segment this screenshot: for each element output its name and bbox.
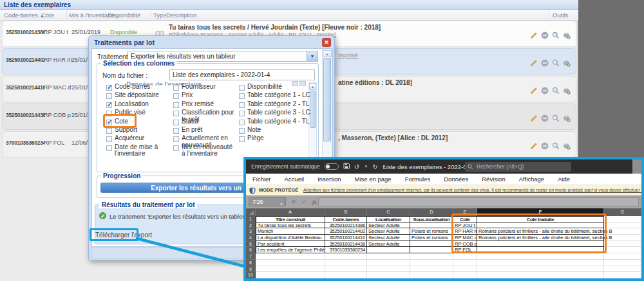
cell-A2[interactable]: Tu tairas tous les secrets <box>256 222 325 229</box>
row-number-1[interactable]: 1 <box>246 216 256 222</box>
pager-prev-button[interactable] <box>292 81 298 86</box>
checkbox[interactable] <box>106 93 112 99</box>
cell-A6[interactable]: Les enquêtes de l'agence Philée <box>256 247 325 253</box>
cell-C2[interactable]: Secteur Adulte <box>367 222 410 229</box>
cell-D5[interactable] <box>410 241 453 248</box>
checkbox[interactable] <box>173 111 179 116</box>
cell-B4[interactable]: 35250100214410 <box>325 235 367 241</box>
chevron-down-icon[interactable]: ▼ <box>364 165 368 168</box>
cell-G9[interactable] <box>604 266 641 273</box>
column-header-type[interactable]: Type <box>153 12 167 19</box>
cell-C3[interactable]: Secteur Adulte <box>367 228 410 235</box>
cell-D7[interactable] <box>410 253 453 260</box>
column-header-D[interactable]: D <box>410 208 453 216</box>
cell-B10[interactable] <box>325 272 367 278</box>
cell-G10[interactable] <box>604 272 641 278</box>
autosave-toggle[interactable] <box>325 163 339 170</box>
ribbon-tab-accueil[interactable]: Accueil <box>285 176 305 183</box>
scrollbar-thumb[interactable] <box>323 58 331 141</box>
cell-D3[interactable]: Polars et romans <box>410 228 453 235</box>
cell-A9[interactable] <box>256 266 325 273</box>
enter-icon[interactable]: ✓ <box>302 197 307 206</box>
ribbon-tab-r-vision[interactable]: Révision <box>482 176 505 183</box>
magnifier-icon[interactable] <box>552 30 560 38</box>
checkbox[interactable] <box>239 136 245 142</box>
window-control[interactable] <box>632 159 641 174</box>
cell-B3[interactable]: 35250100214402 <box>325 228 367 235</box>
cell-G6[interactable] <box>604 247 641 253</box>
checkbox[interactable] <box>239 102 245 108</box>
name-box[interactable]: F26▼ <box>249 197 286 206</box>
cell-A4[interactable]: La disparition d'Adèle Bedeau <box>256 235 325 241</box>
cell-F7[interactable] <box>477 253 604 260</box>
checkbox[interactable] <box>239 93 245 99</box>
edit-pencil-icon[interactable] <box>530 30 538 38</box>
ribbon-tab-donn-es[interactable]: Données <box>444 176 468 183</box>
close-icon[interactable]: ✕ <box>322 38 331 47</box>
cell-B5[interactable]: 35250100214438 <box>325 241 367 248</box>
cell-B7[interactable] <box>325 253 367 260</box>
remove-icon[interactable] <box>541 141 549 149</box>
cell-C6[interactable] <box>367 247 410 253</box>
column-header-G[interactable]: G <box>604 208 641 216</box>
undo-icon[interactable]: ↺ <box>354 163 359 170</box>
checkbox[interactable] <box>173 102 179 108</box>
cell-A8[interactable] <box>256 260 325 266</box>
cell-G4[interactable] <box>604 235 641 241</box>
cell-G7[interactable] <box>604 253 641 260</box>
cell-G5[interactable] <box>604 241 641 248</box>
magnifier-icon[interactable] <box>552 86 560 93</box>
cell-B1[interactable]: Code-barres <box>325 216 367 222</box>
remove-icon[interactable] <box>541 58 549 66</box>
column-header-cote[interactable]: Cote <box>41 12 54 19</box>
checkbox[interactable] <box>239 128 245 134</box>
cell-G8[interactable] <box>604 260 641 266</box>
checkbox[interactable]: ✓ <box>106 85 112 91</box>
cancel-icon[interactable]: ✕ <box>291 197 296 206</box>
cell-A1[interactable]: Titre construit <box>256 216 325 222</box>
formula-input[interactable] <box>318 197 639 206</box>
cell-C4[interactable]: Secteur Adulte <box>367 235 410 241</box>
cell-D4[interactable]: Polars et romans <box>410 235 453 241</box>
edit-pencil-icon[interactable] <box>530 141 538 149</box>
remove-icon[interactable] <box>541 86 549 93</box>
select-all-corner[interactable] <box>246 208 256 216</box>
cell-C10[interactable] <box>367 272 410 278</box>
basket-add-icon[interactable] <box>563 86 571 93</box>
checkbox[interactable] <box>173 85 179 91</box>
cell-E7[interactable] <box>453 253 477 260</box>
cell-C9[interactable] <box>367 266 410 273</box>
checkbox[interactable] <box>106 145 112 151</box>
fx-icon[interactable]: fx <box>312 197 317 206</box>
edit-pencil-icon[interactable] <box>530 86 538 93</box>
row-number-9[interactable]: 9 <box>246 266 256 273</box>
cell-D8[interactable] <box>410 260 453 266</box>
checkbox[interactable] <box>106 136 112 142</box>
pager-next-button[interactable] <box>299 81 306 86</box>
checkbox[interactable] <box>173 128 179 134</box>
cell-D9[interactable] <box>410 266 453 273</box>
basket-add-icon[interactable] <box>563 113 571 121</box>
checkbox[interactable] <box>173 136 179 142</box>
basket-add-icon[interactable] <box>563 30 571 38</box>
filename-input[interactable]: Liste des exemplaires - 2022-01-4 <box>169 69 315 80</box>
remove-icon[interactable] <box>541 30 549 38</box>
cell-D2[interactable] <box>410 222 453 229</box>
magnifier-icon[interactable] <box>552 113 560 121</box>
chevron-down-icon[interactable]: ▼ <box>307 51 317 61</box>
cell-G3[interactable] <box>604 228 641 235</box>
basket-add-icon[interactable] <box>563 141 571 149</box>
search-input[interactable]: Rechercher (Alt+Q) <box>465 162 571 172</box>
cell-F9[interactable] <box>477 266 604 273</box>
cell-A5[interactable]: Par accident <box>256 241 325 248</box>
cell-C5[interactable]: Secteur Adulte <box>367 241 410 248</box>
ribbon-tab-insertion[interactable]: Insertion <box>317 176 341 183</box>
row-number-8[interactable]: 8 <box>246 260 256 266</box>
column-header-B[interactable]: B <box>325 208 367 216</box>
scrollbar-thumb[interactable] <box>310 91 316 128</box>
cell-G2[interactable] <box>604 222 641 229</box>
cell-C1[interactable]: Localisation <box>367 216 410 222</box>
checkbox[interactable] <box>173 93 179 99</box>
checkbox[interactable] <box>239 111 245 116</box>
cell-A3[interactable]: Munich <box>256 228 325 235</box>
